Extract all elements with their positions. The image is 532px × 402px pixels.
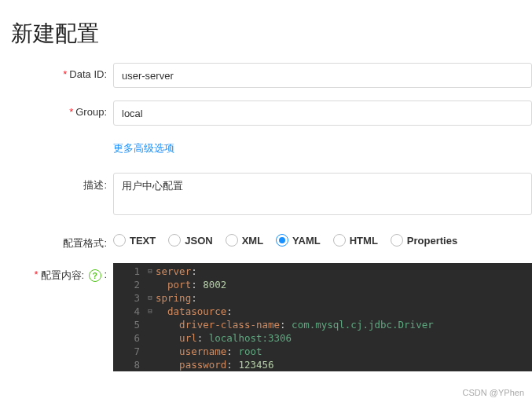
radio-label: Properties (407, 235, 457, 247)
label-group: *Group: (11, 100, 113, 118)
code-line: 2 port: 8002 (113, 278, 532, 291)
format-radio-xml[interactable]: XML (226, 234, 263, 247)
code-line: 3⊟spring: (113, 291, 532, 305)
code-line: 7 username: root (113, 345, 532, 358)
format-radio-json[interactable]: JSON (168, 234, 212, 247)
config-form: *Data ID: *Group: 更多高级选项 描述: 配置格式: T (0, 63, 532, 371)
radio-label: HTML (350, 235, 378, 247)
code-text: spring: (156, 291, 197, 305)
radio-label: YAML (292, 235, 321, 247)
data-id-input[interactable] (113, 63, 532, 88)
line-number: 1 (113, 265, 145, 278)
code-line: 1⊟server: (113, 265, 532, 278)
config-content-editor[interactable]: 1⊟server:2 port: 80023⊟spring:4⊟ datasou… (113, 263, 532, 371)
radio-icon (226, 234, 238, 247)
code-text: username: root (156, 345, 262, 358)
format-radio-text[interactable]: TEXT (113, 234, 156, 247)
format-radio-properties[interactable]: Properties (391, 234, 457, 247)
row-description: 描述: (11, 173, 532, 218)
format-radio-group: TEXTJSONXMLYAMLHTMLProperties (113, 231, 532, 247)
required-mark: * (63, 68, 67, 80)
line-number: 6 (113, 331, 145, 345)
fold-icon (145, 331, 156, 345)
fold-icon[interactable]: ⊟ (145, 265, 156, 278)
description-textarea[interactable] (113, 173, 532, 215)
row-data-id: *Data ID: (11, 63, 532, 88)
code-text: driver-class-name: com.mysql.cj.jdbc.Dri… (156, 318, 434, 331)
code-line: 4⊟ datasource: (113, 305, 532, 318)
code-line: 8 password: 123456 (113, 358, 532, 371)
code-text: url: localhost:3306 (156, 331, 292, 345)
label-description: 描述: (11, 173, 113, 192)
radio-label: JSON (185, 235, 212, 247)
code-line: 5 driver-class-name: com.mysql.cj.jdbc.D… (113, 318, 532, 331)
code-line: 6 url: localhost:3306 (113, 331, 532, 345)
advanced-options-link[interactable]: 更多高级选项 (113, 138, 174, 157)
line-number: 4 (113, 305, 145, 318)
radio-icon (276, 234, 288, 247)
fold-icon (145, 345, 156, 358)
help-icon[interactable]: ? (89, 269, 101, 282)
row-group: *Group: (11, 100, 532, 126)
format-radio-yaml[interactable]: YAML (276, 234, 321, 247)
fold-icon (145, 278, 156, 291)
page-title: 新建配置 (0, 0, 532, 63)
row-format: 配置格式: TEXTJSONXMLYAMLHTMLProperties (11, 231, 532, 250)
line-number: 5 (113, 318, 145, 331)
label-content: *配置内容: ? : (11, 263, 113, 283)
fold-icon[interactable]: ⊟ (145, 305, 156, 318)
radio-icon (113, 234, 126, 247)
code-text: port: 8002 (156, 278, 226, 291)
code-text: password: 123456 (156, 358, 274, 371)
fold-icon[interactable]: ⊟ (145, 291, 156, 305)
format-radio-html[interactable]: HTML (333, 234, 378, 247)
radio-icon (168, 234, 181, 247)
radio-label: XML (242, 235, 263, 247)
label-format: 配置格式: (11, 231, 113, 250)
group-input[interactable] (113, 100, 532, 126)
radio-icon (391, 234, 403, 247)
required-mark: * (34, 269, 38, 280)
row-content: *配置内容: ? : 1⊟server:2 port: 80023⊟spring… (11, 263, 532, 371)
code-text: server: (156, 265, 197, 278)
radio-label: TEXT (130, 235, 156, 247)
fold-icon (145, 318, 156, 331)
line-number: 2 (113, 278, 145, 291)
line-number: 7 (113, 345, 145, 358)
row-advanced: 更多高级选项 (11, 138, 532, 157)
fold-icon (145, 358, 156, 371)
line-number: 3 (113, 291, 145, 305)
required-mark: * (69, 106, 73, 118)
line-number: 8 (113, 358, 145, 371)
radio-icon (333, 234, 346, 247)
code-text: datasource: (156, 305, 233, 318)
watermark: CSDN @YPhen (463, 388, 524, 397)
label-data-id: *Data ID: (11, 63, 113, 80)
